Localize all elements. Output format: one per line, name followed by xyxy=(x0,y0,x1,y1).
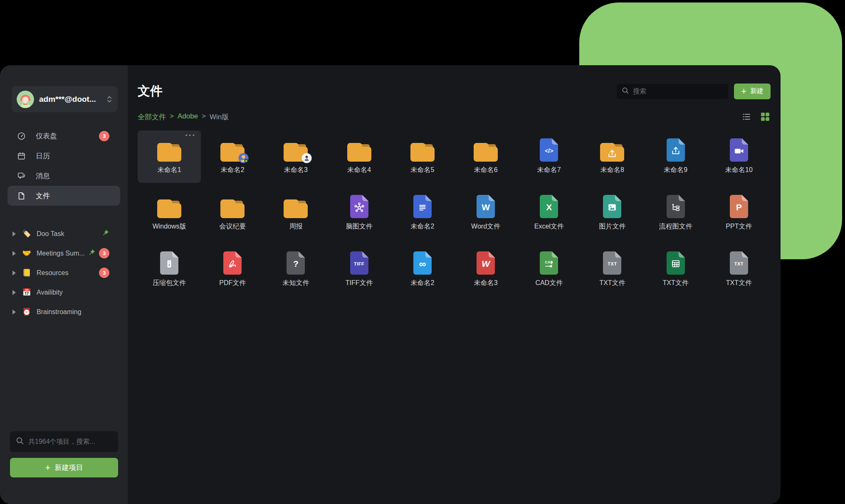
sidebar-item-dashboard[interactable]: 仪表盘3 xyxy=(7,126,120,146)
folder-item[interactable]: 未命名2 xyxy=(201,130,264,183)
grid-view-icon[interactable] xyxy=(760,111,771,122)
sidebar-project-item[interactable]: 🤝Meetings Sum...3 xyxy=(7,243,120,263)
sidebar-item-calendar[interactable]: 日历 xyxy=(7,146,120,166)
folder-item[interactable]: 未命名5 xyxy=(391,130,454,183)
caret-right-icon[interactable] xyxy=(12,290,16,295)
file-item[interactable]: </>未命名7 xyxy=(517,130,581,183)
app-window: adm***@doot... 仪表盘3日历消息文件 🏷️Doo Task🤝Mee… xyxy=(0,65,781,504)
document-icon xyxy=(667,138,685,162)
image-icon xyxy=(607,202,618,213)
sidebar-nav: 仪表盘3日历消息文件 xyxy=(0,126,128,206)
document-icon: W xyxy=(477,251,495,275)
file-item[interactable]: WWord文件 xyxy=(454,187,517,239)
breadcrumb-row: 全部文件>Adobe>Win版 xyxy=(138,111,771,122)
file-item[interactable]: W未命名3 xyxy=(454,243,517,296)
sidebar-project-item[interactable]: 📅Availibity xyxy=(7,283,120,302)
file-item[interactable]: ∞未命名2 xyxy=(391,243,454,296)
file-label: 压缩包文件 xyxy=(153,279,186,288)
new-file-button[interactable]: + 新建 xyxy=(734,84,771,99)
caret-right-icon[interactable] xyxy=(12,270,16,275)
file-item[interactable]: PDF文件 xyxy=(201,243,264,296)
file-item[interactable]: 流程图文件 xyxy=(644,187,707,239)
file-label: 图片文件 xyxy=(599,222,625,231)
list-view-icon[interactable] xyxy=(741,112,751,122)
mindmap-icon xyxy=(353,202,365,213)
user-avatar xyxy=(17,91,34,108)
flowchart-icon xyxy=(670,202,681,213)
breadcrumb-item[interactable]: Adobe xyxy=(178,112,198,122)
folder-item[interactable]: 未命名3 xyxy=(264,130,327,183)
file-item[interactable]: TIFFTIFF文件 xyxy=(328,243,391,296)
file-label: 未命名9 xyxy=(664,166,687,175)
file-item[interactable]: CADCAD文件 xyxy=(517,243,581,296)
folder-item[interactable]: 周报 xyxy=(264,187,327,239)
sidebar-item-message[interactable]: 消息 xyxy=(7,166,120,186)
file-item[interactable]: XExcel文件 xyxy=(517,187,581,239)
sidebar-projects: 🏷️Doo Task🤝Meetings Sum...3📒Resources3📅A… xyxy=(0,224,128,322)
folder-item[interactable]: 未命名4 xyxy=(328,130,391,183)
file-item[interactable]: 未命名10 xyxy=(707,130,771,183)
folder-icon xyxy=(284,142,308,162)
project-label: Resources xyxy=(37,269,68,277)
user-account-switcher[interactable]: adm***@doot... xyxy=(12,86,118,112)
folder-item[interactable]: ··· 未命名1 xyxy=(138,130,201,183)
project-label: Brainstroaming xyxy=(37,308,82,316)
project-search-input[interactable] xyxy=(28,438,112,445)
sidebar-item-file[interactable]: 文件 xyxy=(7,186,120,206)
sidebar-item-label: 文件 xyxy=(36,191,50,201)
file-label: 未命名10 xyxy=(725,166,753,175)
file-label: 会议纪要 xyxy=(219,222,246,231)
project-label: Availibity xyxy=(37,289,63,296)
project-emoji-icon: 🏷️ xyxy=(22,229,32,238)
breadcrumb-item: Win版 xyxy=(210,112,229,122)
new-project-button[interactable]: + 新建项目 xyxy=(10,458,118,477)
file-item[interactable]: TXTTXT文件 xyxy=(707,243,771,296)
file-label: 周报 xyxy=(289,222,302,231)
project-label: Doo Task xyxy=(37,230,64,238)
file-item[interactable]: TXT文件 xyxy=(644,243,707,296)
folder-item[interactable]: 未命名8 xyxy=(581,130,644,183)
upload-icon xyxy=(607,148,618,159)
item-menu-icon[interactable]: ··· xyxy=(185,130,196,140)
file-search-input[interactable] xyxy=(633,88,723,95)
file-label: TXT文件 xyxy=(663,279,689,288)
file-label: 未命名2 xyxy=(410,222,434,231)
folder-item[interactable]: 会议纪要 xyxy=(201,187,264,239)
sidebar-project-item[interactable]: 📒Resources3 xyxy=(7,263,120,283)
file-item[interactable]: 脑图文件 xyxy=(328,187,391,239)
message-icon xyxy=(17,172,26,180)
document-icon: TXT xyxy=(603,251,621,275)
sidebar-item-label: 消息 xyxy=(36,171,50,181)
sidebar-project-item[interactable]: ⏰Brainstroaming xyxy=(7,302,120,322)
caret-right-icon[interactable] xyxy=(12,231,16,236)
folder-icon xyxy=(410,142,435,162)
project-emoji-icon: 🤝 xyxy=(22,249,32,258)
file-item[interactable]: PPPT文件 xyxy=(707,187,771,239)
project-search xyxy=(10,431,118,452)
file-item[interactable]: 未命名2 xyxy=(391,187,454,239)
file-label: 未命名1 xyxy=(158,166,181,175)
pin-icon xyxy=(88,248,96,258)
file-grid: ··· 未命名1 未命名2 未命名3 未命名4 未命名5 未命名6 </>未命名… xyxy=(138,130,771,296)
main-content: 文件 + 新建 xyxy=(128,65,781,504)
screenshot-stage: adm***@doot... 仪表盘3日历消息文件 🏷️Doo Task🤝Mee… xyxy=(0,0,845,504)
filetype-glyph: TXT xyxy=(608,261,617,266)
folder-item[interactable]: 未命名6 xyxy=(454,130,517,183)
caret-right-icon[interactable] xyxy=(12,310,16,315)
sidebar-item-label: 仪表盘 xyxy=(36,131,57,141)
file-item[interactable]: TXTTXT文件 xyxy=(581,243,644,296)
sidebar-project-item[interactable]: 🏷️Doo Task xyxy=(7,224,120,243)
spreadsheet-icon xyxy=(670,258,681,269)
file-item[interactable]: ?未知文件 xyxy=(264,243,327,296)
folder-item[interactable]: Windows版 xyxy=(138,187,201,239)
file-label: 流程图文件 xyxy=(659,222,692,231)
breadcrumb-item[interactable]: 全部文件 xyxy=(138,112,166,122)
file-item[interactable]: 图片文件 xyxy=(581,187,644,239)
caret-right-icon[interactable] xyxy=(12,251,16,256)
file-item[interactable]: 未命名9 xyxy=(644,130,707,183)
breadcrumb-separator: > xyxy=(170,112,174,122)
member-avatar-badge xyxy=(238,153,249,163)
file-label: 未命名2 xyxy=(221,166,245,175)
file-label: PDF文件 xyxy=(219,279,246,288)
file-item[interactable]: 压缩包文件 xyxy=(138,243,201,296)
